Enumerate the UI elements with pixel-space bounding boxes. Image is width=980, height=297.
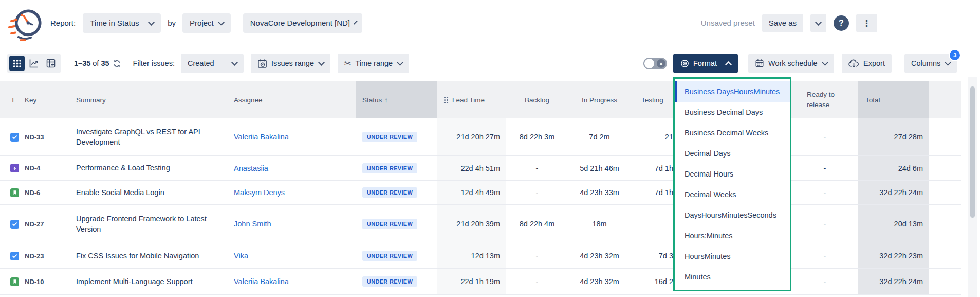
export-label: Export: [863, 59, 885, 67]
story-icon: [10, 277, 19, 286]
ready-to-release-cell: -: [791, 133, 858, 141]
chevron-down-icon: [218, 19, 225, 26]
col-header-lead-time[interactable]: Lead Time: [437, 81, 506, 118]
toolbar: 1–35 of 35 Filter issues: Created: [0, 54, 980, 73]
app-logo: [8, 5, 42, 41]
chevron-down-icon: [148, 19, 155, 26]
target-icon: [680, 59, 689, 68]
issue-assignee-link[interactable]: Valeriia Bakalina: [231, 133, 356, 141]
table-view-button[interactable]: [9, 56, 25, 71]
chevron-down-icon: [397, 59, 403, 66]
issue-type-cell: [0, 118, 25, 155]
count-total: 35: [101, 59, 109, 67]
time-range-dropdown[interactable]: ✂ Time range: [338, 54, 409, 73]
help-button[interactable]: ?: [834, 15, 849, 31]
format-menu-item[interactable]: DaysHoursMinutesSeconds: [675, 205, 790, 225]
format-menu-item[interactable]: Decimal Weeks: [675, 184, 790, 205]
issue-type-cell: [0, 205, 25, 243]
status-badge: UNDER REVIEW: [362, 132, 417, 142]
calendar-icon: [755, 59, 764, 68]
col-header-status[interactable]: Status ↑: [356, 81, 437, 118]
format-label: Format: [693, 59, 717, 67]
issue-assignee-link[interactable]: Valeriia Bakalina: [231, 277, 356, 286]
report-type-dropdown[interactable]: Time in Status: [83, 13, 161, 33]
table-body: ND-33Investigate GraphQL vs REST for API…: [0, 118, 961, 295]
col-header-key[interactable]: Key: [25, 81, 72, 118]
table-row: ND-6Enable Social Media LoginMaksym Deny…: [0, 181, 961, 205]
format-menu-item[interactable]: Minutes: [675, 267, 790, 287]
col-header-total[interactable]: Total: [858, 81, 929, 118]
col-header-assignee[interactable]: Assignee: [231, 81, 356, 118]
ready-to-release-cell: -: [791, 277, 858, 286]
issue-assignee-link[interactable]: Vika: [231, 252, 356, 260]
drag-handle-icon[interactable]: [444, 97, 446, 98]
table-header-row: T Key Summary Assignee Status ↑ Lead Tim…: [0, 81, 961, 118]
issue-assignee-link[interactable]: John Smith: [231, 220, 356, 228]
table-row: ND-23Fix CSS Issues for Mobile Navigatio…: [0, 243, 961, 269]
save-as-button[interactable]: Save as: [762, 14, 803, 32]
cloud-download-icon: [848, 59, 859, 68]
scrollbar-thumb[interactable]: [970, 86, 975, 218]
format-menu-item[interactable]: Hours:Minutes: [675, 225, 790, 246]
testing-cell: 7d 1h: [631, 188, 673, 197]
format-menu-item[interactable]: Business Decimal Days: [675, 102, 790, 123]
format-menu-item[interactable]: Business Decimal Weeks: [675, 123, 790, 143]
export-button[interactable]: Export: [842, 54, 892, 73]
col-header-summary[interactable]: Summary: [72, 81, 231, 118]
in-progress-cell: 18m: [568, 220, 631, 228]
save-options-button[interactable]: [810, 14, 826, 32]
chevron-down-icon: [318, 59, 325, 66]
pivot-view-button[interactable]: [43, 56, 59, 71]
refresh-icon[interactable]: [113, 60, 121, 67]
columns-count-badge: 3: [949, 49, 961, 61]
ready-to-release-cell: -: [791, 252, 858, 260]
format-menu-item[interactable]: Decimal Hours: [675, 164, 790, 184]
toolbar-left: 1–35 of 35 Filter issues: Created: [7, 54, 409, 73]
backlog-cell: -: [506, 188, 568, 197]
testing-cell: 21: [631, 133, 673, 141]
issue-summary-cell: Implement Multi-Language Support: [72, 273, 231, 290]
issue-status-cell: UNDER REVIEW: [356, 243, 437, 268]
chart-view-button[interactable]: [26, 56, 42, 71]
issue-key-cell: ND-10: [25, 278, 72, 286]
col-header-in-progress[interactable]: In Progress: [568, 96, 631, 104]
format-menu-item[interactable]: Business DaysHoursMinutes: [675, 81, 790, 102]
col-header-type[interactable]: T: [0, 81, 25, 118]
chevron-down-icon: [945, 59, 951, 66]
time-range-label: Time range: [355, 59, 393, 67]
columns-dropdown[interactable]: Columns 3: [904, 54, 957, 73]
format-menu-item[interactable]: Decimal Days: [675, 143, 790, 164]
issue-assignee-link[interactable]: Anastasiia: [231, 164, 356, 172]
status-badge: UNDER REVIEW: [362, 219, 417, 229]
backlog-cell: -: [506, 277, 568, 286]
issue-type-cell: [0, 181, 25, 204]
scope-value: Project: [190, 19, 214, 27]
status-badge: UNDER REVIEW: [362, 187, 417, 198]
backlog-cell: -: [506, 252, 568, 260]
save-as-label: Save as: [769, 19, 797, 27]
total-cell: 20d 13m: [858, 205, 929, 243]
col-header-ready-to-release[interactable]: Ready to release: [791, 90, 858, 110]
ready-to-release-cell: -: [791, 220, 858, 228]
issue-status-cell: UNDER REVIEW: [356, 205, 437, 243]
compact-toggle[interactable]: ×: [643, 58, 667, 69]
format-button[interactable]: Format: [673, 54, 738, 73]
col-header-testing[interactable]: Testing: [631, 81, 673, 118]
col-header-backlog[interactable]: Backlog: [506, 96, 568, 104]
issue-status-cell: UNDER REVIEW: [356, 156, 437, 180]
project-dropdown[interactable]: NovaCore Development [ND]: [243, 13, 362, 33]
time-in-status-app: Report: Time in Status by Project NovaCo…: [0, 0, 980, 297]
scope-dropdown[interactable]: Project: [182, 13, 231, 33]
more-options-button[interactable]: ⋮: [856, 14, 877, 32]
view-switcher: [7, 54, 61, 73]
format-menu-item[interactable]: HoursMinutes: [675, 246, 790, 267]
issues-range-dropdown[interactable]: Issues range: [251, 54, 330, 73]
issue-type-cell: [0, 156, 25, 180]
issue-assignee-link[interactable]: Maksym Denys: [231, 188, 356, 197]
work-schedule-dropdown[interactable]: Work schedule: [748, 54, 834, 73]
filter-field-dropdown[interactable]: Created: [181, 54, 244, 73]
issues-range-label: Issues range: [271, 59, 314, 67]
testing-cell: 16d 2: [631, 277, 673, 286]
issue-summary-cell: Investigate GraphQL vs REST for API Deve…: [72, 124, 231, 151]
status-badge: UNDER REVIEW: [362, 251, 417, 261]
